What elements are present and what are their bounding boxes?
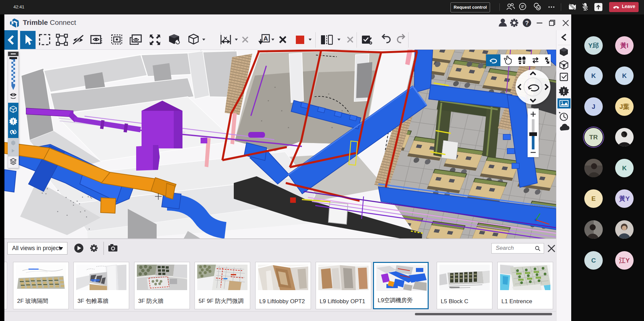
svg-text:A: A — [263, 35, 268, 42]
svg-text:?: ? — [525, 20, 529, 27]
